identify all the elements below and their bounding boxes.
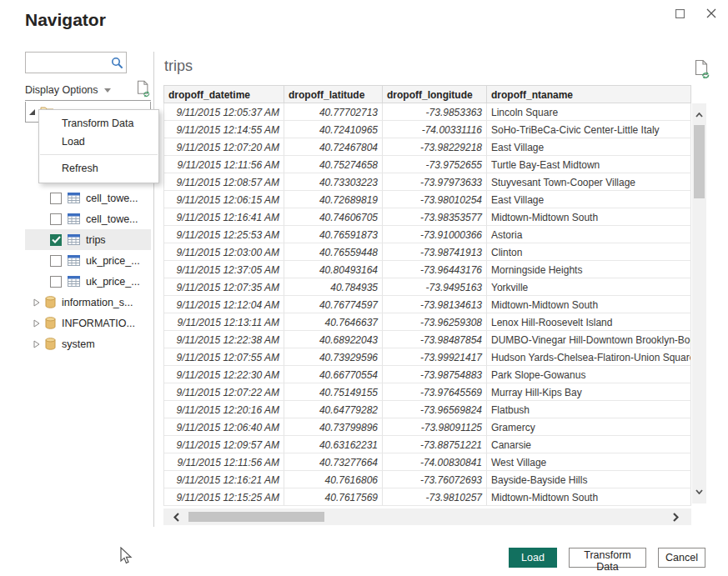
maximize-button[interactable] xyxy=(668,3,691,23)
context-menu: Transform DataLoadRefresh xyxy=(38,109,159,183)
table-cell: DUMBO-Vinegar Hill-Downtown Brooklyn-Boe… xyxy=(487,331,691,348)
table-row: 9/11/2015 12:13:11 AM40.7646637-73.96259… xyxy=(164,313,691,331)
table-cell: Flatbush xyxy=(487,401,691,418)
column-header-dropoff_latitude[interactable]: dropoff_latitude xyxy=(284,86,383,103)
table-cell: 9/11/2015 12:07:22 AM xyxy=(164,383,284,400)
search-input[interactable] xyxy=(26,57,108,68)
table-cell: 9/11/2015 12:16:21 AM xyxy=(164,471,284,488)
column-header-dropoff_ntaname[interactable]: dropoff_ntaname xyxy=(487,86,690,103)
table-cell: 9/11/2015 12:11:56 AM xyxy=(164,156,284,173)
table-cell: Lincoln Square xyxy=(487,103,691,120)
vertical-scrollbar[interactable] xyxy=(692,103,706,503)
close-button[interactable] xyxy=(700,3,723,23)
table-cell: 9/11/2015 12:07:20 AM xyxy=(164,138,284,155)
close-icon xyxy=(706,8,716,18)
table-row: 9/11/2015 12:07:35 AM40.784935-73.949516… xyxy=(164,278,691,296)
checkbox[interactable] xyxy=(50,193,62,204)
refresh-preview-icon[interactable] xyxy=(695,59,710,83)
table-row: 9/11/2015 12:25:53 AM40.76591873-73.9100… xyxy=(164,226,691,243)
table-cell: 40.73303223 xyxy=(284,173,383,190)
table-cell: 9/11/2015 12:22:30 AM xyxy=(164,366,284,383)
table-row: 9/11/2015 12:08:57 AM40.73303223-73.9797… xyxy=(164,173,691,191)
expand-arrow-icon[interactable] xyxy=(33,298,45,307)
table-cell: -73.98010254 xyxy=(383,191,487,208)
table-cell: -73.9495163 xyxy=(383,278,487,295)
tree-item-uk-price[interactable]: uk_price_... xyxy=(25,250,151,271)
database-icon xyxy=(45,317,56,329)
table-cell: 40.77702713 xyxy=(284,103,383,120)
checkbox[interactable] xyxy=(50,234,62,246)
column-header-dropoff_longitude[interactable]: dropoff_longitude xyxy=(383,86,487,103)
table-body: 9/11/2015 12:05:37 AM40.77702713-73.9853… xyxy=(163,103,691,506)
table-cell: Hudson Yards-Chelsea-Flatiron-Union Squa… xyxy=(487,348,691,365)
table-row: 9/11/2015 12:16:21 AM40.7616806-73.76072… xyxy=(164,471,691,488)
transform-data-button[interactable]: Transform Data xyxy=(569,548,646,568)
table-cell: 40.784935 xyxy=(284,278,383,295)
table-cell: 40.7646637 xyxy=(284,313,383,330)
table-cell: 40.63162231 xyxy=(284,436,383,453)
menu-item-transform-data[interactable]: Transform Data xyxy=(39,114,158,133)
tree-item-system[interactable]: system xyxy=(25,333,151,354)
scroll-left-icon[interactable] xyxy=(168,508,183,525)
table-cell: Midtown-Midtown South xyxy=(487,296,691,313)
checkbox[interactable] xyxy=(50,255,62,267)
page-title: Navigator xyxy=(25,10,106,30)
load-button[interactable]: Load xyxy=(509,548,557,568)
table-cell: 9/11/2015 12:14:55 AM xyxy=(164,121,284,138)
table-row: 9/11/2015 12:07:20 AM40.72467804-73.9822… xyxy=(164,138,691,156)
table-row: 9/11/2015 12:15:25 AM40.7617569-73.98102… xyxy=(164,488,691,506)
table-cell: 40.72410965 xyxy=(284,121,383,138)
column-header-dropoff_datetime[interactable]: dropoff_datetime xyxy=(164,86,284,103)
display-options-dropdown[interactable]: Display Options xyxy=(25,84,111,96)
tree-item-informatio[interactable]: INFORMATIO... xyxy=(25,313,151,333)
table-cell: 9/11/2015 12:13:11 AM xyxy=(164,313,284,330)
table-cell: Turtle Bay-East Midtown xyxy=(487,156,691,173)
table-row: 9/11/2015 12:05:37 AM40.77702713-73.9853… xyxy=(164,103,691,121)
scroll-up-icon[interactable] xyxy=(692,108,706,122)
tree-item-trips[interactable]: trips xyxy=(25,229,151,250)
table-row: 9/11/2015 12:09:57 AM40.63162231-73.8875… xyxy=(164,436,691,453)
table-cell: East Village xyxy=(487,138,691,155)
table-cell: 9/11/2015 12:12:04 AM xyxy=(164,296,284,313)
tree-item-information-s[interactable]: information_s... xyxy=(25,292,151,313)
tree-item-uk-price[interactable]: uk_price_... xyxy=(25,271,151,292)
table-cell: 40.68922043 xyxy=(284,331,383,348)
menu-item-load[interactable]: Load xyxy=(39,133,158,151)
table-cell: 40.73929596 xyxy=(284,348,383,365)
table-cell: Bayside-Bayside Hills xyxy=(487,471,691,488)
table-cell: 9/11/2015 12:09:57 AM xyxy=(164,436,284,453)
table-cell: 9/11/2015 12:20:16 AM xyxy=(164,401,284,418)
vertical-scrollbar-thumb[interactable] xyxy=(694,125,705,198)
table-cell: Midtown-Midtown South xyxy=(487,208,691,225)
table-cell: -73.97973633 xyxy=(383,173,487,190)
expand-arrow-icon[interactable] xyxy=(33,340,45,348)
tree-item-cell-towe[interactable]: cell_towe... xyxy=(25,208,151,229)
scroll-down-icon[interactable] xyxy=(692,485,706,498)
menu-item-refresh[interactable]: Refresh xyxy=(39,159,158,178)
database-icon xyxy=(45,338,56,350)
search-icon[interactable] xyxy=(108,57,126,69)
expand-arrow-icon[interactable] xyxy=(33,319,45,328)
table-row: 9/11/2015 12:06:40 AM40.73799896-73.9809… xyxy=(164,418,691,436)
table-cell: 9/11/2015 12:06:40 AM xyxy=(164,418,284,435)
table-cell: 9/11/2015 12:22:38 AM xyxy=(164,331,284,348)
cancel-button[interactable]: Cancel xyxy=(658,548,705,568)
checkbox[interactable] xyxy=(50,276,62,288)
menu-separator xyxy=(40,154,158,155)
checkbox[interactable] xyxy=(50,213,62,225)
table-cell: West Village xyxy=(487,453,691,470)
tree-item-label: information_s... xyxy=(62,297,133,308)
refresh-source-icon[interactable] xyxy=(137,80,151,101)
tree-item-label: uk_price_... xyxy=(86,255,140,267)
table-cell: Clinton xyxy=(487,243,691,260)
table-row: 9/11/2015 12:07:55 AM40.73929596-73.9992… xyxy=(164,348,691,366)
horizontal-scrollbar[interactable] xyxy=(163,508,691,525)
table-cell: 9/11/2015 12:08:57 AM xyxy=(164,173,284,190)
table-cell: 9/11/2015 12:11:56 AM xyxy=(164,453,284,470)
horizontal-scrollbar-thumb[interactable] xyxy=(188,512,324,522)
table-cell: -73.9853363 xyxy=(383,103,487,120)
table-cell: -73.97645569 xyxy=(383,383,487,400)
tree-item-cell-towe[interactable]: cell_towe... xyxy=(25,188,151,208)
scroll-right-icon[interactable] xyxy=(668,508,683,525)
table-cell: -73.98229218 xyxy=(383,138,487,155)
